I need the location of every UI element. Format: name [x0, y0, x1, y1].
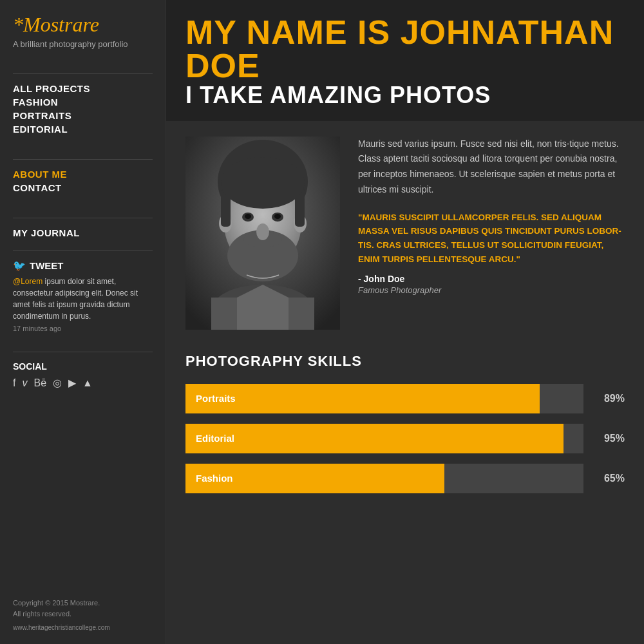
profile-photo	[185, 137, 340, 330]
tweet-mention[interactable]: @Lorem	[13, 277, 43, 286]
svg-point-14	[274, 214, 281, 219]
svg-point-8	[221, 157, 305, 209]
nav-editorial[interactable]: EDITORIAL	[13, 124, 153, 135]
skills-title: PHOTOGRAPHY SKILLS	[185, 353, 625, 370]
website-link[interactable]: www.heritagechristiancollege.com	[13, 624, 153, 631]
twitter-icon: 🐦	[13, 260, 26, 272]
about-section: Mauris sed varius ipsum. Fusce sed nisi …	[185, 137, 625, 330]
hero-subtitle: I TAKE AMAZING PHOTOS	[185, 82, 625, 108]
tweet-header: 🐦 TWEET	[13, 260, 153, 272]
nav-contact[interactable]: CONTACT	[13, 182, 153, 193]
tweet-section: 🐦 TWEET @Lorem ipsum dolor sit amet, con…	[13, 260, 153, 332]
content-area: Mauris sed varius ipsum. Fusce sed nisi …	[166, 121, 644, 519]
logo-text: Mostrare	[23, 13, 99, 36]
main-content: MY NAME IS JOHNATHAN DOE I TAKE AMAZING …	[166, 0, 644, 644]
svg-point-13	[245, 214, 251, 219]
skill-fill-editorial: Editorial	[185, 424, 564, 453]
skill-label-fashion: Fashion	[196, 473, 233, 484]
tagline: A brilliant photography portfolio	[13, 39, 153, 49]
skill-percent-fashion: 65%	[594, 473, 625, 484]
logo-asterisk: *	[13, 13, 23, 36]
main-nav: ALL PROJECTS FASHION PORTRAITS EDITORIAL	[13, 83, 153, 137]
quote-author: - John Doe	[358, 274, 625, 284]
skill-bar-portraits: Portraits	[185, 384, 583, 413]
tweet-time: 17 minutes ago	[13, 325, 153, 332]
hero-header: MY NAME IS JOHNATHAN DOE I TAKE AMAZING …	[166, 0, 644, 121]
skill-label-portraits: Portraits	[196, 393, 236, 404]
skill-bar-editorial: Editorial	[185, 424, 583, 453]
dribbble-icon[interactable]: ◎	[53, 377, 62, 389]
svg-point-15	[256, 223, 269, 240]
tweet-label: TWEET	[30, 260, 64, 271]
nav-journal[interactable]: MY JOURNAL	[13, 227, 153, 238]
quote-author-title: Famous Photographer	[358, 285, 625, 295]
logo[interactable]: *Mostrare	[13, 13, 153, 37]
about-bio: Mauris sed varius ipsum. Fusce sed nisi …	[358, 137, 625, 198]
hero-title: MY NAME IS JOHNATHAN DOE	[185, 15, 625, 82]
video-icon[interactable]: ▶	[68, 377, 76, 389]
skill-row-fashion: Fashion 65%	[185, 464, 625, 493]
skill-row-editorial: Editorial 95%	[185, 424, 625, 453]
skills-section: PHOTOGRAPHY SKILLS Portraits 89% Editori…	[185, 353, 625, 493]
skill-percent-portraits: 89%	[594, 393, 625, 404]
skill-percent-editorial: 95%	[594, 433, 625, 444]
quote-block: "MAURIS SUSCIPIT ULLAMCORPER FELIS. SED …	[358, 211, 625, 295]
copyright: Copyright © 2015 Mostrare.All rights res…	[13, 598, 153, 619]
social-title: SOCIAL	[13, 361, 153, 372]
behance-icon[interactable]: Bē	[33, 377, 46, 389]
vimeo-icon[interactable]: v	[22, 377, 27, 389]
skill-label-editorial: Editorial	[196, 433, 234, 444]
tweet-text: @Lorem ipsum dolor sit amet, consectetur…	[13, 276, 153, 322]
facebook-icon[interactable]: f	[13, 377, 15, 389]
quote-text: "MAURIS SUSCIPIT ULLAMCORPER FELIS. SED …	[358, 211, 625, 266]
nav-portraits[interactable]: PORTRAITS	[13, 110, 153, 121]
skill-fill-fashion: Fashion	[185, 464, 444, 493]
skill-row-portraits: Portraits 89%	[185, 384, 625, 413]
sidebar: *Mostrare A brilliant photography portfo…	[0, 0, 166, 644]
secondary-nav: ABOUT ME CONTACT	[13, 169, 153, 196]
tent-icon[interactable]: ▲	[82, 377, 93, 389]
nav-fashion[interactable]: FASHION	[13, 97, 153, 108]
skill-fill-portraits: Portraits	[185, 384, 540, 413]
social-section: SOCIAL f v Bē ◎ ▶ ▲	[13, 361, 153, 389]
nav-all-projects[interactable]: ALL PROJECTS	[13, 83, 153, 94]
nav-about-me[interactable]: ABOUT ME	[13, 169, 153, 180]
about-text: Mauris sed varius ipsum. Fusce sed nisi …	[358, 137, 625, 330]
social-icons: f v Bē ◎ ▶ ▲	[13, 377, 153, 389]
skill-bar-fashion: Fashion	[185, 464, 583, 493]
